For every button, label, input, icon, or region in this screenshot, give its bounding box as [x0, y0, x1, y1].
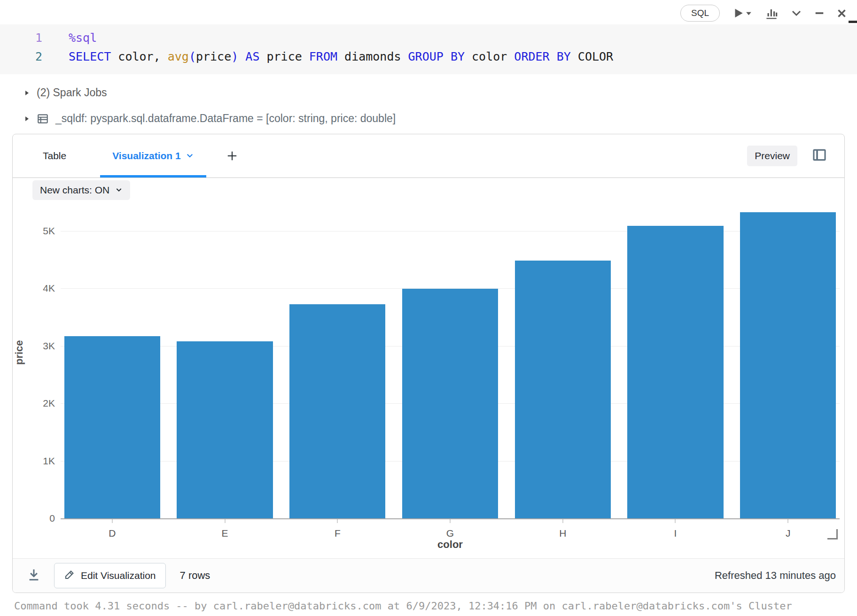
- minimize-cell-button[interactable]: [814, 8, 825, 18]
- code-line[interactable]: 2SELECT color, avg(price) AS price FROM …: [0, 47, 857, 66]
- results-bottom-bar: Edit Visualization 7 rows Refreshed 13 m…: [13, 558, 844, 593]
- y-tick-label: 4K: [13, 283, 55, 294]
- x-tick-mark: [450, 519, 451, 523]
- rows-count: 7 rows: [180, 570, 210, 582]
- chevron-down-icon: [115, 185, 123, 196]
- language-selector[interactable]: SQL: [680, 5, 720, 22]
- x-tick-label: D: [109, 528, 116, 539]
- bars-row: [61, 212, 840, 518]
- new-charts-label: New charts: ON: [40, 185, 109, 196]
- y-tick-label: 5K: [13, 225, 55, 237]
- chart-area: New charts: ON price color 01K2K3K4K5KDE…: [13, 178, 844, 559]
- bar-G[interactable]: [402, 289, 498, 518]
- code-text: %sql: [69, 29, 97, 47]
- x-slot: J: [736, 519, 840, 539]
- bar-chart-icon: [764, 6, 779, 20]
- x-slot: H: [511, 519, 615, 539]
- edit-visualization-button[interactable]: Edit Visualization: [54, 563, 166, 588]
- x-tick-mark: [337, 519, 338, 523]
- preview-label: Preview: [755, 150, 790, 162]
- x-slot: G: [398, 519, 502, 539]
- x-tick-mark: [225, 519, 226, 523]
- pencil-icon: [64, 569, 75, 583]
- x-tick-label: J: [786, 528, 791, 539]
- bar-J[interactable]: [740, 212, 836, 518]
- x-tick-label: H: [559, 528, 566, 539]
- edit-visualization-label: Edit Visualization: [81, 570, 156, 581]
- chart-icon-button[interactable]: [764, 6, 779, 20]
- y-tick-label: 3K: [13, 340, 55, 352]
- preview-button[interactable]: Preview: [747, 146, 797, 166]
- add-visualization-button[interactable]: [226, 134, 238, 177]
- minus-icon: [814, 8, 825, 18]
- notebook-cell: SQL 1%sql2SELECT color, avg(price) AS pr…: [0, 0, 857, 616]
- y-tick-label: 1K: [13, 455, 55, 467]
- line-number: 2: [0, 47, 42, 66]
- x-slot: E: [173, 519, 277, 539]
- side-panel-toggle[interactable]: [811, 147, 827, 165]
- bar-F[interactable]: [289, 304, 385, 518]
- download-icon: [27, 568, 41, 584]
- x-slot: D: [61, 519, 164, 539]
- y-tick-label: 0: [13, 513, 55, 524]
- tab-table-label: Table: [43, 150, 66, 162]
- x-tick-mark: [562, 519, 563, 523]
- x-slot: F: [286, 519, 389, 539]
- bar-slot: [398, 289, 502, 518]
- y-tick-label: 2K: [13, 398, 55, 409]
- tab-visualization-1[interactable]: Visualization 1: [100, 134, 206, 177]
- bar-slot: [61, 336, 164, 518]
- bar-slot: [736, 212, 840, 518]
- plus-icon: [226, 150, 238, 164]
- x-tick-label: F: [335, 528, 341, 539]
- spark-jobs-row: (2) Spark Jobs: [23, 86, 107, 99]
- chevron-down-icon: [186, 150, 194, 162]
- collapse-cell-button[interactable]: [791, 8, 802, 19]
- refreshed-timestamp: Refreshed 13 minutes ago: [715, 570, 836, 582]
- sqldf-label: _sqldf: pyspark.sql.dataframe.DataFrame …: [55, 112, 396, 125]
- bar-slot: [173, 341, 277, 518]
- code-line[interactable]: 1%sql: [0, 29, 857, 47]
- new-charts-toggle[interactable]: New charts: ON: [32, 180, 130, 200]
- results-panel: Table Visualization 1 Preview New cha: [12, 134, 845, 593]
- x-axis-labels: DEFGHIJ: [61, 519, 840, 539]
- play-icon: [732, 7, 744, 19]
- x-slot: I: [624, 519, 727, 539]
- x-tick-mark: [675, 519, 676, 523]
- bar-D[interactable]: [64, 336, 160, 518]
- x-axis-title: color: [61, 539, 840, 551]
- tab-table[interactable]: Table: [43, 134, 66, 177]
- bar-I[interactable]: [627, 226, 723, 518]
- x-tick-label: E: [222, 528, 228, 539]
- bar-E[interactable]: [177, 341, 273, 518]
- cell-toolbar: SQL: [680, 5, 847, 22]
- dataframe-table-icon: [37, 113, 49, 125]
- x-tick-mark: [787, 519, 788, 523]
- close-cell-button[interactable]: [837, 8, 847, 18]
- sqldf-row: _sqldf: pyspark.sql.dataframe.DataFrame …: [23, 112, 396, 125]
- bar-slot: [511, 261, 615, 518]
- panel-layout-icon: [811, 147, 827, 165]
- scrollbar-fragment: [849, 21, 857, 23]
- chevron-down-icon: [791, 8, 802, 19]
- tabbar-right-controls: Preview: [747, 134, 827, 177]
- results-tabbar: Table Visualization 1 Preview: [13, 134, 844, 178]
- x-tick-label: I: [674, 528, 677, 539]
- tab-visualization-label: Visualization 1: [112, 150, 181, 162]
- close-icon: [837, 8, 847, 18]
- line-number: 1: [0, 29, 42, 47]
- command-status: Command took 4.31 seconds -- by carl.rab…: [14, 600, 792, 612]
- run-cell-button[interactable]: [732, 7, 752, 19]
- bar-slot: [624, 226, 727, 518]
- bar-slot: [286, 304, 389, 518]
- x-tick-label: G: [446, 528, 454, 539]
- code-text: SELECT color, avg(price) AS price FROM d…: [69, 47, 613, 66]
- disclosure-triangle-icon[interactable]: [23, 116, 30, 122]
- spark-jobs-label: (2) Spark Jobs: [37, 86, 107, 99]
- run-caret-down-icon: [745, 10, 752, 17]
- code-editor[interactable]: 1%sql2SELECT color, avg(price) AS price …: [0, 24, 857, 74]
- language-label: SQL: [691, 8, 709, 18]
- bar-H[interactable]: [515, 261, 611, 518]
- disclosure-triangle-icon[interactable]: [23, 90, 30, 96]
- download-results-button[interactable]: [27, 568, 41, 584]
